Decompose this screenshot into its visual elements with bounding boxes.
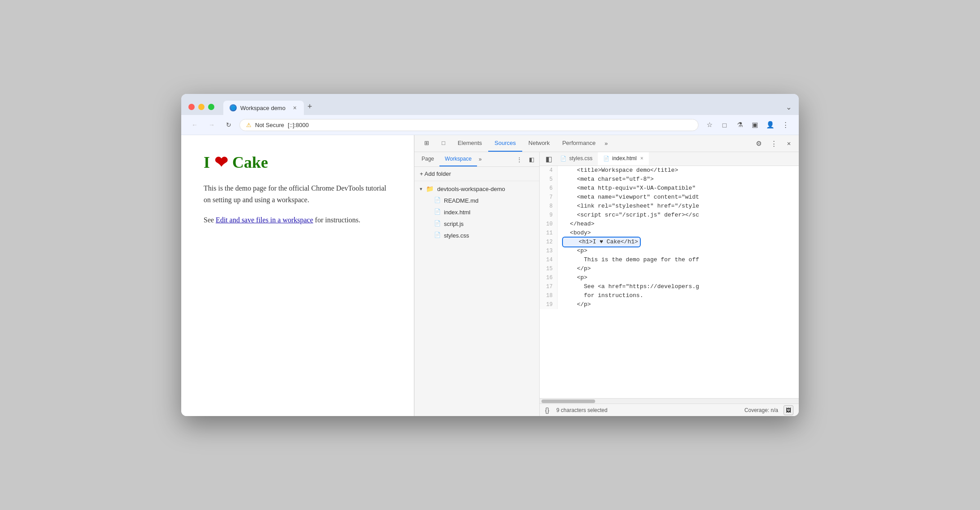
bookmark-icon: ☆ xyxy=(707,121,712,129)
devtools-tabs-bar: ⊞ □ Elements Sources Network Performance… xyxy=(414,135,799,152)
file-readme[interactable]: 📄 README.md xyxy=(414,195,539,206)
devtools-settings-button[interactable]: ⚙ xyxy=(752,137,765,150)
horizontal-scrollbar[interactable] xyxy=(540,398,799,404)
browser-window: 🌐 Workspace demo × + ⌄ ← → ↻ ⚠ Not Secur… xyxy=(181,94,799,416)
address-url: [::]:8000 xyxy=(288,122,309,128)
reload-button[interactable]: ↻ xyxy=(222,119,235,131)
chevron-down-icon[interactable]: ⌄ xyxy=(786,103,792,115)
add-folder-button[interactable]: + Add folder xyxy=(414,167,539,181)
workspace-link[interactable]: Edit and save files in a workspace xyxy=(216,216,313,224)
sidebar-toggle-button[interactable]: ◧ xyxy=(526,153,537,165)
code-line: 16 <p> xyxy=(540,273,799,282)
sidebar-more-icon[interactable]: » xyxy=(477,153,484,165)
heading-cake: Cake xyxy=(232,153,268,172)
line-content: <h1>I ♥ Cake</h1> xyxy=(558,238,640,246)
html-tab-close-button[interactable]: × xyxy=(640,155,643,162)
nav-bar: ← → ↻ ⚠ Not Secure [::]:8000 ☆ □ ⚗ ▣ xyxy=(181,115,799,135)
title-bar: 🌐 Workspace demo × + ⌄ xyxy=(181,94,799,115)
code-sidebar-toggle-button[interactable]: ◧ xyxy=(542,153,555,165)
file-script-js[interactable]: 📄 script.js xyxy=(414,218,539,230)
file-icon-html: 📄 xyxy=(434,208,440,216)
tabs-row: 🌐 Workspace demo × + ⌄ xyxy=(223,98,792,115)
line-number: 19 xyxy=(540,300,558,309)
extensions-icon: □ xyxy=(722,121,726,129)
profile-button[interactable]: 👤 xyxy=(764,119,776,131)
devtools-actions: ⚙ ⋮ × xyxy=(752,137,795,150)
devtools-more-options-button[interactable]: ⋮ xyxy=(767,137,780,150)
more-options-icon: ⋮ xyxy=(771,140,777,148)
page-heading: I ❤ Cake xyxy=(204,153,392,172)
screenshot-button[interactable]: 🖼 xyxy=(784,405,793,415)
line-content: </p> xyxy=(558,264,591,273)
devtools-device-mode[interactable]: □ xyxy=(435,135,452,152)
tab-sources[interactable]: Sources xyxy=(488,135,522,152)
workspace-folder[interactable]: ▾ 📁 devtools-workspace-demo xyxy=(414,183,539,195)
menu-button[interactable]: ⋮ xyxy=(779,119,792,131)
line-content: <script src="/script.js" defer></sc xyxy=(558,211,699,220)
line-number: 5 xyxy=(540,175,558,184)
nav-actions: ☆ □ ⚗ ▣ 👤 ⋮ xyxy=(703,119,792,131)
para2-suffix: for instructions. xyxy=(313,216,360,224)
line-content: <meta name="viewport" content="widt xyxy=(558,193,699,202)
line-content: <meta http-equiv="X-UA-Compatible" xyxy=(558,184,695,193)
css-file-tab-icon: 📄 xyxy=(560,156,567,162)
sidebar-menu-button[interactable]: ⋮ xyxy=(513,153,525,165)
code-tabs-bar: ◧ 📄 styles.css 📄 index.html × xyxy=(540,152,799,166)
line-content: This is the demo page for the off xyxy=(558,255,699,264)
line-number: 16 xyxy=(540,273,558,282)
profile-icon: 👤 xyxy=(766,121,775,129)
experiments-button[interactable]: ⚗ xyxy=(733,119,746,131)
line-number: 6 xyxy=(540,184,558,193)
code-line: 4 <title>Workspace demo</title> xyxy=(540,166,799,175)
close-traffic-light[interactable] xyxy=(188,104,195,110)
tab-title: Workspace demo xyxy=(240,105,289,111)
sidebar-icon: ▣ xyxy=(752,121,758,129)
code-line: 7 <meta name="viewport" content="widt xyxy=(540,193,799,202)
code-line: 19 </p> xyxy=(540,300,799,309)
tab-elements[interactable]: Elements xyxy=(452,135,488,152)
line-number: 11 xyxy=(540,229,558,238)
reload-icon: ↻ xyxy=(226,121,231,128)
file-tree: ▾ 📁 devtools-workspace-demo 📄 README.md … xyxy=(414,181,539,416)
line-content: </head> xyxy=(558,220,594,229)
file-index-html[interactable]: 📄 index.html xyxy=(414,206,539,218)
line-content: for instructions. xyxy=(558,291,643,300)
code-tab-html[interactable]: 📄 index.html × xyxy=(598,152,649,166)
format-code-icon[interactable]: {} xyxy=(545,407,549,414)
line-content: <body> xyxy=(558,229,591,238)
close-icon: × xyxy=(787,140,791,147)
sidebar-menu-icon: ⋮ xyxy=(516,156,522,163)
code-line: 8 <link rel="stylesheet" href="/style xyxy=(540,202,799,211)
heart-icon: ❤ xyxy=(214,153,228,172)
extensions-button[interactable]: □ xyxy=(718,119,731,131)
devtools-more-tabs-icon[interactable]: » xyxy=(602,136,610,150)
screenshot-icon: 🖼 xyxy=(786,407,791,413)
code-line: 9 <script src="/script.js" defer></sc xyxy=(540,211,799,220)
code-editor[interactable]: 4 <title>Workspace demo</title>5 <meta c… xyxy=(540,166,799,398)
tab-close-button[interactable]: × xyxy=(292,104,298,111)
scroll-thumb[interactable] xyxy=(541,400,595,403)
browser-tab[interactable]: 🌐 Workspace demo × xyxy=(223,101,304,115)
address-bar[interactable]: ⚠ Not Secure [::]:8000 xyxy=(239,119,699,131)
bookmark-button[interactable]: ☆ xyxy=(703,119,716,131)
tab-network[interactable]: Network xyxy=(522,135,556,152)
line-number: 13 xyxy=(540,246,558,255)
status-bar: {} 9 characters selected Coverage: n/a 🖼 xyxy=(540,404,799,416)
file-styles-css[interactable]: 📄 styles.css xyxy=(414,230,539,241)
new-tab-button[interactable]: + xyxy=(304,98,316,115)
minimize-traffic-light[interactable] xyxy=(198,104,205,110)
selected-text-status: 9 characters selected xyxy=(556,407,607,413)
devtools-close-button[interactable]: × xyxy=(783,137,795,150)
sidebar-button[interactable]: ▣ xyxy=(749,119,761,131)
sidebar-tab-page[interactable]: Page xyxy=(416,152,439,166)
file-icon-js: 📄 xyxy=(434,220,440,227)
html-file-tab-icon: 📄 xyxy=(603,156,609,162)
code-tab-css[interactable]: 📄 styles.css xyxy=(555,152,598,166)
forward-button[interactable]: → xyxy=(205,119,218,131)
sidebar-tab-workspace[interactable]: Workspace xyxy=(439,152,477,166)
maximize-traffic-light[interactable] xyxy=(208,104,214,110)
tab-performance[interactable]: Performance xyxy=(556,135,601,152)
line-content: <link rel="stylesheet" href="/style xyxy=(558,202,699,211)
devtools-inspect-mode[interactable]: ⊞ xyxy=(418,135,435,152)
back-button[interactable]: ← xyxy=(188,119,201,131)
